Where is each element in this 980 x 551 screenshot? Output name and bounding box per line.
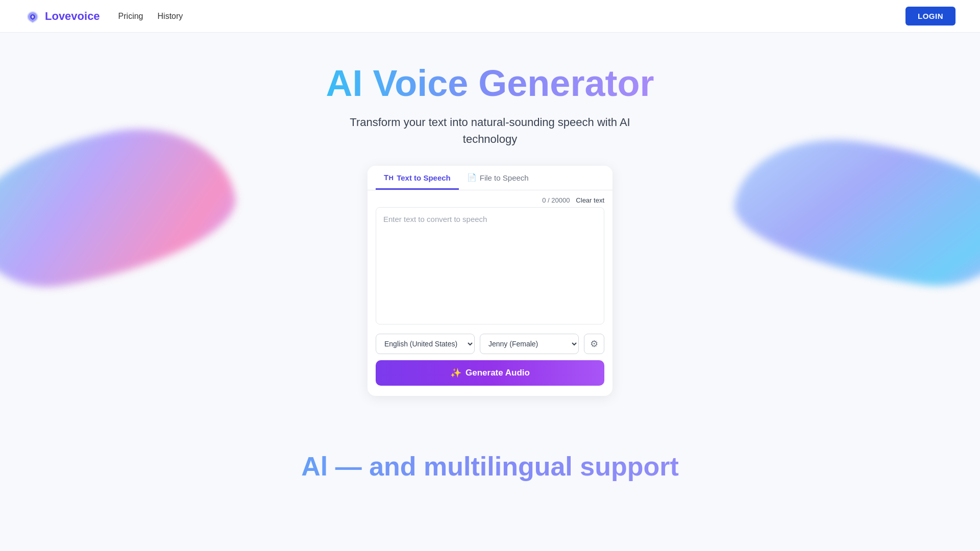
text-tab-label: Text to Speech: [397, 173, 451, 182]
main-card: Tʜ Text to Speech 📄 File to Speech 0 / 2…: [368, 166, 612, 396]
generate-label: Generate Audio: [465, 368, 530, 378]
voice-select[interactable]: Jenny (Female): [480, 334, 579, 354]
text-tab-icon: Tʜ: [384, 173, 394, 182]
logo[interactable]: Lovevoice: [24, 8, 100, 24]
settings-icon: ⚙: [590, 338, 598, 349]
language-select[interactable]: English (United States): [376, 334, 475, 354]
logo-icon: [24, 8, 41, 24]
bottom-teaser: Al — and multilingual support: [0, 420, 980, 482]
nav-left: Lovevoice Pricing History: [24, 8, 183, 24]
navbar: Lovevoice Pricing History LOGIN: [0, 0, 980, 33]
nav-pricing[interactable]: Pricing: [118, 12, 143, 21]
logo-brand: Lovevoice: [45, 10, 100, 23]
tab-text-to-speech[interactable]: Tʜ Text to Speech: [376, 166, 459, 190]
file-tab-icon: 📄: [467, 173, 477, 182]
bottom-teaser-title: Al — and multilingual support: [0, 451, 980, 482]
hero-section: AI Voice Generator Transform your text i…: [0, 33, 980, 420]
blob-left-decoration: [0, 113, 245, 299]
nav-links: Pricing History: [118, 12, 183, 21]
speech-textarea[interactable]: [376, 207, 604, 324]
nav-history[interactable]: History: [158, 12, 183, 21]
hero-subtitle: Transform your text into natural-soundin…: [337, 114, 643, 147]
blob-right-decoration: [727, 126, 980, 296]
controls-row: English (United States) Jenny (Female) ⚙: [376, 334, 604, 354]
tab-file-to-speech[interactable]: 📄 File to Speech: [459, 166, 537, 190]
clear-text-button[interactable]: Clear text: [576, 196, 604, 204]
settings-button[interactable]: ⚙: [584, 334, 604, 354]
file-tab-label: File to Speech: [480, 173, 529, 182]
tab-bar: Tʜ Text to Speech 📄 File to Speech: [368, 166, 612, 190]
hero-title: AI Voice Generator: [326, 63, 654, 104]
char-count: 0 / 20000: [542, 196, 570, 204]
login-button[interactable]: LOGIN: [905, 7, 955, 26]
card-body: 0 / 20000 Clear text English (United Sta…: [368, 190, 612, 396]
generate-audio-button[interactable]: ✨ Generate Audio: [376, 360, 604, 386]
char-count-row: 0 / 20000 Clear text: [376, 196, 604, 204]
generate-icon: ✨: [450, 367, 461, 379]
